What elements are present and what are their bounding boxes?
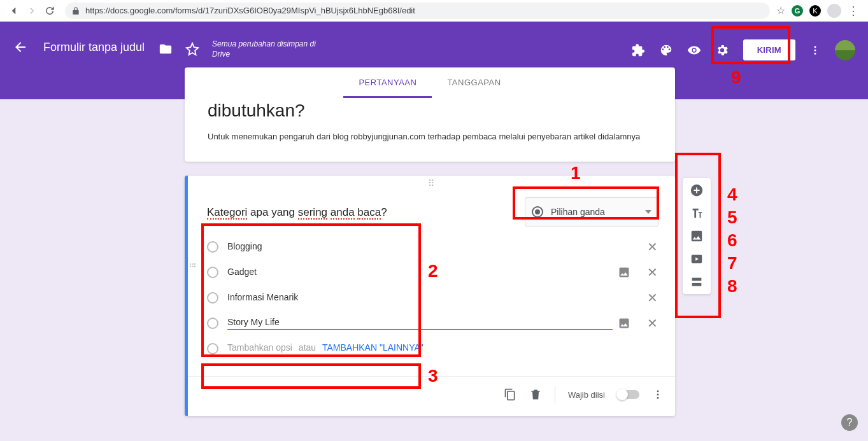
form-title[interactable]: Formulir tanpa judul bbox=[43, 41, 145, 54]
svg-rect-9 bbox=[692, 283, 702, 286]
question-more-icon[interactable] bbox=[652, 389, 664, 400]
settings-icon[interactable] bbox=[715, 43, 729, 57]
browser-menu-icon[interactable]: ⋮ bbox=[848, 4, 859, 18]
radio-circle-icon bbox=[207, 267, 218, 278]
option-input[interactable]: Gadget bbox=[227, 267, 613, 279]
addons-icon[interactable] bbox=[631, 43, 645, 57]
radio-circle-icon bbox=[207, 292, 218, 304]
form-heading[interactable]: dibutuhkan? bbox=[208, 101, 652, 121]
add-section-icon[interactable] bbox=[690, 275, 704, 289]
add-image-icon[interactable] bbox=[618, 266, 630, 279]
svg-point-0 bbox=[815, 46, 816, 48]
lock-icon bbox=[71, 6, 80, 15]
option-input[interactable]: Blogging bbox=[227, 241, 613, 253]
question-card: ⠿ Kategori apa yang sering anda baca? Pi… bbox=[185, 176, 675, 416]
question-text[interactable]: Kategori apa yang sering anda baca? bbox=[207, 197, 525, 219]
question-type-select[interactable]: Pilihan ganda bbox=[525, 197, 658, 227]
divider bbox=[555, 386, 555, 403]
option-row: Blogging ✕ bbox=[207, 234, 658, 260]
svg-point-5 bbox=[657, 397, 659, 399]
svg-point-1 bbox=[815, 49, 816, 51]
profile-avatar-icon[interactable] bbox=[827, 4, 841, 18]
nav-forward-button[interactable] bbox=[23, 2, 41, 20]
option-row: Informasi Menarik ✕ bbox=[207, 285, 658, 311]
add-question-icon[interactable] bbox=[690, 183, 704, 197]
option-input[interactable]: Informasi Menarik bbox=[227, 292, 613, 304]
bookmark-star-icon[interactable]: ☆ bbox=[776, 4, 785, 17]
extension-grammarly-icon[interactable]: G bbox=[792, 5, 803, 17]
remove-option-icon[interactable]: ✕ bbox=[646, 291, 658, 304]
add-option-or: atau bbox=[299, 342, 316, 353]
question-footer: Wajib diisi bbox=[188, 376, 675, 406]
svg-point-4 bbox=[657, 394, 659, 396]
send-button[interactable]: KIRIM bbox=[743, 39, 795, 60]
add-image-icon[interactable] bbox=[618, 317, 630, 330]
preview-icon[interactable] bbox=[687, 43, 701, 57]
question-type-label: Pilihan ganda bbox=[551, 207, 645, 217]
add-video-icon[interactable] bbox=[690, 252, 704, 266]
delete-icon[interactable] bbox=[529, 388, 542, 401]
required-label: Wajib diisi bbox=[568, 390, 605, 400]
folder-icon[interactable] bbox=[159, 42, 173, 56]
add-other-button[interactable]: TAMBAHKAN "LAINNYA" bbox=[322, 342, 423, 353]
radio-icon bbox=[532, 206, 543, 218]
url-bar[interactable]: https://docs.google.com/forms/d/17zuriDX… bbox=[65, 3, 770, 19]
add-option-placeholder[interactable]: Tambahkan opsi bbox=[227, 342, 292, 353]
option-input[interactable]: Story My Life bbox=[227, 317, 613, 330]
side-toolbar bbox=[683, 178, 711, 294]
svg-rect-8 bbox=[692, 278, 702, 281]
tab-responses[interactable]: TANGGAPAN bbox=[432, 67, 516, 98]
tab-questions[interactable]: PERTANYAAN bbox=[343, 67, 432, 98]
extension-k-icon[interactable]: K bbox=[809, 5, 821, 17]
remove-option-icon[interactable]: ✕ bbox=[646, 317, 658, 330]
url-text: https://docs.google.com/forms/d/17zuriDX… bbox=[85, 6, 415, 15]
save-status-text: Semua perubahan disimpan di Drive bbox=[212, 39, 320, 59]
form-header-card: PERTANYAAN TANGGAPAN dibutuhkan? Untuk m… bbox=[185, 67, 675, 162]
svg-point-2 bbox=[815, 52, 816, 54]
card-drag-handle-icon[interactable]: ⠿ bbox=[187, 262, 197, 270]
browser-chrome: https://docs.google.com/forms/d/17zuriDX… bbox=[0, 0, 868, 22]
help-button[interactable]: ? bbox=[841, 414, 858, 431]
radio-circle-icon bbox=[207, 318, 218, 329]
nav-reload-button[interactable] bbox=[41, 2, 59, 20]
add-option-row: Tambahkan opsi atau TAMBAHKAN "LAINNYA" bbox=[207, 336, 658, 361]
nav-back-button[interactable] bbox=[5, 2, 23, 20]
radio-circle-icon bbox=[207, 241, 218, 253]
option-row: Gadget ✕ bbox=[207, 260, 658, 285]
form-description[interactable]: Untuk menemukan pengaruh dari blog robby… bbox=[208, 131, 652, 143]
svg-point-3 bbox=[657, 390, 659, 392]
user-avatar[interactable] bbox=[835, 40, 855, 60]
radio-circle-icon bbox=[207, 343, 218, 354]
palette-icon[interactable] bbox=[659, 43, 673, 57]
drag-handle-icon[interactable]: ⠿ bbox=[188, 176, 675, 191]
options-list: Blogging ✕ Gadget ✕ Informasi Menarik ✕ … bbox=[188, 230, 675, 361]
header-more-icon[interactable] bbox=[809, 43, 821, 57]
remove-option-icon[interactable]: ✕ bbox=[646, 266, 658, 279]
add-title-icon[interactable] bbox=[690, 206, 704, 220]
remove-option-icon[interactable]: ✕ bbox=[646, 241, 658, 253]
star-icon[interactable] bbox=[185, 42, 199, 56]
option-row: Story My Life ✕ bbox=[207, 311, 658, 336]
back-arrow-icon[interactable] bbox=[13, 39, 28, 55]
tabs-row: PERTANYAAN TANGGAPAN bbox=[185, 67, 675, 98]
duplicate-icon[interactable] bbox=[504, 388, 516, 401]
add-image-toolbar-icon[interactable] bbox=[690, 229, 704, 243]
required-toggle[interactable] bbox=[618, 390, 639, 399]
chevron-down-icon bbox=[645, 210, 651, 214]
